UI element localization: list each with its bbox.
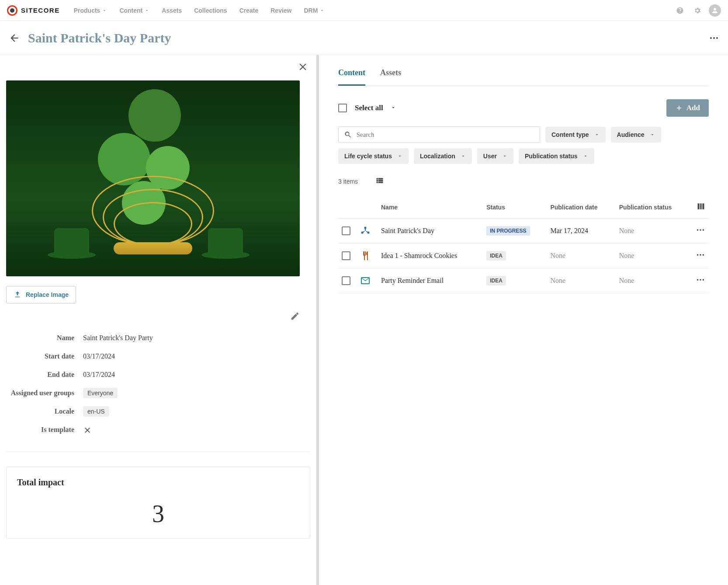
row-status-badge: IN PROGRESS xyxy=(486,226,530,236)
settings-gear-icon[interactable] xyxy=(691,4,704,17)
user-avatar-icon[interactable] xyxy=(709,4,721,17)
row-more-button[interactable] xyxy=(696,279,705,286)
table-row[interactable]: Party Reminder EmailIDEANoneNone xyxy=(338,268,709,293)
tab-content[interactable]: Content xyxy=(338,68,365,86)
brand-name: SITECORE xyxy=(21,7,60,14)
svg-point-14 xyxy=(703,279,704,281)
row-more-button[interactable] xyxy=(696,254,705,261)
filter-life-cycle-status[interactable]: Life cycle status xyxy=(338,148,409,164)
tab-assets[interactable]: Assets xyxy=(380,68,401,86)
col-name: Name xyxy=(378,196,483,219)
filters-row: Content typeAudience xyxy=(338,126,709,143)
list-view-toggle-icon[interactable] xyxy=(375,176,384,186)
impact-value: 3 xyxy=(17,500,299,528)
filter-user[interactable]: User xyxy=(477,148,513,164)
table-row[interactable]: Saint Patrick's DayIN PROGRESSMar 17, 20… xyxy=(338,219,709,244)
page-title: Saint Patrick's Day Party xyxy=(28,31,171,45)
replace-image-button[interactable]: Replace Image xyxy=(6,286,76,303)
plus-icon xyxy=(675,104,683,112)
row-more-button[interactable] xyxy=(696,229,705,236)
help-icon[interactable] xyxy=(674,4,686,17)
row-checkbox[interactable] xyxy=(342,276,350,285)
search-icon xyxy=(344,130,352,139)
nav-link-review[interactable]: Review xyxy=(270,7,291,14)
main-split: Replace Image Name Saint Patrick's Day P… xyxy=(0,55,728,585)
row-type-icon xyxy=(359,225,371,237)
filter-audience[interactable]: Audience xyxy=(611,127,661,143)
filter-localization[interactable]: Localization xyxy=(414,148,472,164)
row-checkbox[interactable] xyxy=(342,226,350,235)
col-pubstatus: Publication status xyxy=(616,196,691,219)
nav-link-content[interactable]: Content xyxy=(119,7,149,14)
row-status-badge: IDEA xyxy=(486,276,506,286)
row-checkbox[interactable] xyxy=(342,251,350,260)
brand-logo[interactable]: SITECORE xyxy=(7,5,60,16)
hero-image xyxy=(6,80,300,276)
nav-links: Products Content AssetsCollectionsCreate… xyxy=(74,7,325,14)
nav-link-drm[interactable]: DRM xyxy=(304,7,325,14)
select-all-dropdown-icon[interactable] xyxy=(390,104,396,112)
row-name: Saint Patrick's Day xyxy=(378,219,483,244)
search-box[interactable] xyxy=(338,126,540,143)
table-row[interactable]: Idea 1 - Shamrock CookiesIDEANoneNone xyxy=(338,244,709,268)
total-impact-card: Total impact 3 xyxy=(6,467,310,539)
close-panel-icon[interactable] xyxy=(297,61,309,74)
detail-label-start: Start date xyxy=(6,352,83,360)
replace-image-label: Replace Image xyxy=(26,291,69,298)
row-pubstatus: None xyxy=(616,268,691,293)
back-button[interactable] xyxy=(9,32,20,44)
svg-point-9 xyxy=(697,254,699,256)
svg-point-10 xyxy=(700,254,701,256)
filter-publication-status[interactable]: Publication status xyxy=(519,148,594,164)
details-section: Name Saint Patrick's Day Party Start dat… xyxy=(6,329,310,442)
nav-link-collections[interactable]: Collections xyxy=(194,7,227,14)
add-button[interactable]: Add xyxy=(666,99,709,117)
svg-point-12 xyxy=(697,279,699,281)
detail-value-name: Saint Patrick's Day Party xyxy=(83,334,153,342)
upload-icon xyxy=(14,291,21,299)
nav-link-assets[interactable]: Assets xyxy=(162,7,182,14)
search-input[interactable] xyxy=(357,131,534,139)
nav-link-products[interactable]: Products xyxy=(74,7,107,14)
filter-content-type[interactable]: Content type xyxy=(545,127,606,143)
svg-point-8 xyxy=(703,229,704,231)
svg-point-7 xyxy=(700,229,701,231)
detail-value-template-false-icon xyxy=(83,426,92,436)
sitecore-logo-icon xyxy=(7,5,17,16)
row-pubstatus: None xyxy=(616,244,691,268)
content-tabs: Content Assets xyxy=(338,68,709,86)
top-nav: SITECORE Products Content AssetsCollecti… xyxy=(0,0,728,21)
svg-point-2 xyxy=(716,37,718,39)
svg-point-13 xyxy=(700,279,701,281)
items-count: 3 items xyxy=(338,178,358,185)
detail-label-locale: Locale xyxy=(6,407,83,415)
detail-label-end: End date xyxy=(6,371,83,379)
row-pubstatus: None xyxy=(616,219,691,244)
row-pubdate: None xyxy=(547,244,615,268)
row-pubdate: Mar 17, 2024 xyxy=(547,219,615,244)
content-table: Name Status Publication date Publication… xyxy=(338,196,709,293)
detail-label-name: Name xyxy=(6,334,83,342)
detail-value-end: 03/17/2024 xyxy=(83,371,115,379)
impact-title: Total impact xyxy=(17,477,299,488)
select-all-checkbox[interactable] xyxy=(338,104,347,112)
edit-pencil-icon[interactable] xyxy=(290,311,300,321)
row-status-badge: IDEA xyxy=(486,251,506,261)
row-type-icon xyxy=(359,275,371,287)
row-type-icon xyxy=(359,250,371,262)
svg-point-3 xyxy=(364,227,367,229)
detail-value-locale: en-US xyxy=(83,406,109,417)
detail-value-start: 03/17/2024 xyxy=(83,352,115,360)
col-pubdate: Publication date xyxy=(547,196,615,219)
title-bar: Saint Patrick's Day Party xyxy=(0,21,728,55)
column-settings-icon[interactable] xyxy=(697,205,705,212)
page-more-button[interactable] xyxy=(709,33,719,43)
select-all-label: Select all xyxy=(355,104,383,112)
detail-value-groups: Everyone xyxy=(83,388,118,398)
svg-point-11 xyxy=(703,254,704,256)
left-panel: Replace Image Name Saint Patrick's Day P… xyxy=(0,55,319,585)
right-panel: Content Assets Select all Add Content ty… xyxy=(319,55,728,585)
row-name: Idea 1 - Shamrock Cookies xyxy=(378,244,483,268)
detail-label-groups: Assigned user groups xyxy=(6,389,83,397)
nav-link-create[interactable]: Create xyxy=(239,7,259,14)
